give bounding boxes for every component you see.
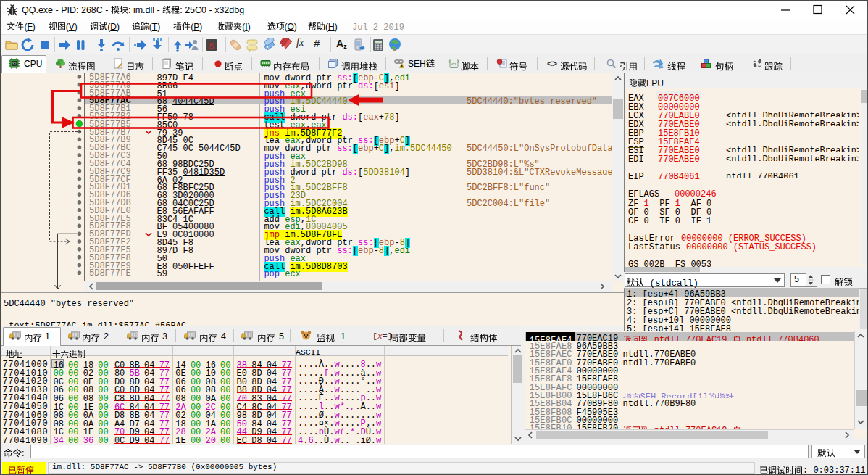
svg-text:S: S [209,40,214,51]
svg-text:32: 32 [12,62,16,66]
svg-text:<>: <> [451,62,457,66]
